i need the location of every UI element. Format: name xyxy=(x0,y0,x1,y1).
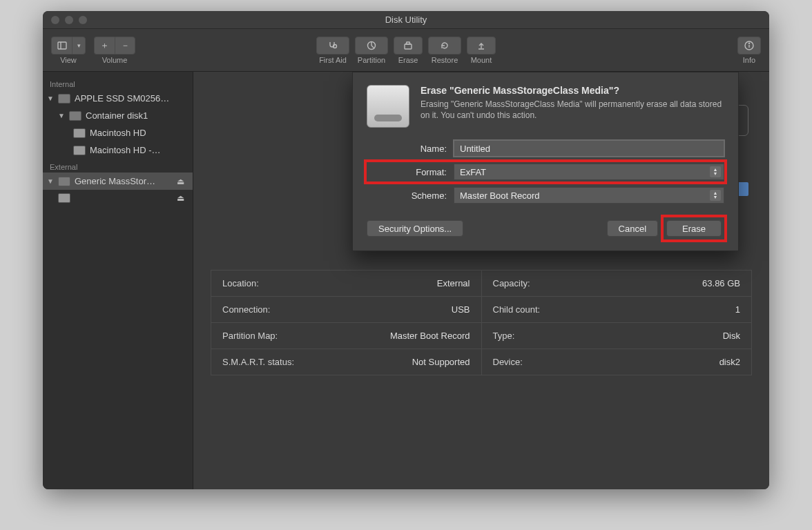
sidebar-item-generic-child[interactable]: ⏏ xyxy=(43,190,193,206)
volume-icon xyxy=(58,193,70,203)
container-icon xyxy=(69,111,81,121)
svg-point-8 xyxy=(748,43,749,43)
disclosure-triangle-icon[interactable]: ▼ xyxy=(47,95,54,102)
sidebar-internal-header: Internal xyxy=(43,76,193,90)
volume-icon xyxy=(73,128,86,138)
svg-rect-0 xyxy=(58,42,66,49)
plus-icon: ＋ xyxy=(100,39,109,52)
toolbar-firstaid-label: First Aid xyxy=(319,56,347,64)
dialog-title: Erase "Generic MassStorageClass Media"? xyxy=(420,85,724,96)
erase-button-toolbar[interactable] xyxy=(394,37,423,55)
disclosure-triangle-icon[interactable]: ▼ xyxy=(58,112,65,119)
pie-icon xyxy=(366,40,377,51)
toolbar-partition-label: Partition xyxy=(358,56,385,64)
main-content: 63.86 GB Location:External Connection:US… xyxy=(193,72,769,489)
toolbar-volume-label: Volume xyxy=(102,56,128,64)
scheme-value: Master Boot Record xyxy=(460,190,540,201)
minus-icon: － xyxy=(121,39,130,52)
erase-dialog: Erase "Generic MassStorageClass Media"? … xyxy=(352,72,739,251)
cancel-button[interactable]: Cancel xyxy=(607,220,658,237)
disclosure-triangle-icon[interactable]: ▼ xyxy=(47,177,54,185)
sidebar: Internal ▼ APPLE SSD SM0256… ▼ Container… xyxy=(43,72,193,489)
volume-add-button[interactable]: ＋ xyxy=(94,37,115,55)
stethoscope-icon xyxy=(327,40,338,51)
chevron-down-icon: ▾ xyxy=(77,42,81,49)
external-disk-icon xyxy=(58,177,70,186)
restore-icon xyxy=(439,40,450,51)
toolbar-restore-label: Restore xyxy=(432,56,458,64)
format-value: ExFAT xyxy=(460,167,486,177)
toolbar: ▾ View ＋ － Volume First Aid xyxy=(43,29,769,72)
disk-utility-window: Disk Utility ▾ View ＋ － xyxy=(43,11,769,489)
info-icon xyxy=(744,40,755,51)
detail-type: Type:Disk xyxy=(482,323,752,349)
detail-child-count: Child count:1 xyxy=(482,297,752,323)
security-options-button[interactable]: Security Options... xyxy=(367,220,463,237)
toolbar-view-label: View xyxy=(60,56,77,64)
view-menu-button[interactable]: ▾ xyxy=(72,37,86,55)
stepper-arrows-icon: ▲▼ xyxy=(710,190,721,201)
disk-icon xyxy=(58,94,70,104)
dialog-subtitle: Erasing "Generic MassStorageClass Media"… xyxy=(420,99,724,121)
mount-button[interactable] xyxy=(467,37,496,55)
titlebar: Disk Utility xyxy=(43,11,769,29)
volume-remove-button[interactable]: － xyxy=(115,37,135,55)
sidebar-icon xyxy=(57,40,68,51)
toolbar-info-label: Info xyxy=(743,56,755,64)
first-aid-button[interactable] xyxy=(316,37,349,55)
detail-capacity: Capacity:63.86 GB xyxy=(482,271,752,297)
hard-disk-icon xyxy=(367,85,409,128)
sidebar-external-header: External xyxy=(43,159,193,173)
detail-smart-status: S.M.A.R.T. status:Not Supported xyxy=(211,349,481,375)
erase-confirm-button[interactable]: Erase xyxy=(666,220,722,237)
volume-icon xyxy=(73,146,86,155)
toolbar-mount-label: Mount xyxy=(471,56,492,64)
restore-button[interactable] xyxy=(428,37,461,55)
erase-icon xyxy=(403,40,414,51)
name-label: Name: xyxy=(367,144,454,154)
svg-rect-4 xyxy=(405,44,412,49)
sidebar-item-generic-media[interactable]: ▼ Generic MassStor… ⏏ xyxy=(43,173,193,190)
sidebar-item-apple-ssd[interactable]: ▼ APPLE SSD SM0256… xyxy=(43,90,193,107)
mount-icon xyxy=(476,40,487,51)
stepper-arrows-icon: ▲▼ xyxy=(710,166,721,177)
view-sidebar-button[interactable] xyxy=(51,37,72,55)
format-popup[interactable]: ExFAT ▲▼ xyxy=(454,164,724,180)
eject-icon[interactable]: ⏏ xyxy=(174,193,187,203)
info-button[interactable] xyxy=(737,37,761,55)
detail-partition-map: Partition Map:Master Boot Record xyxy=(211,323,481,349)
detail-connection: Connection:USB xyxy=(211,297,481,323)
detail-device: Device:disk2 xyxy=(482,349,752,375)
sidebar-item-macintosh-hd-data[interactable]: Macintosh HD -… xyxy=(43,141,193,159)
format-label: Format: xyxy=(367,167,454,177)
partition-button[interactable] xyxy=(355,37,388,55)
sidebar-item-container[interactable]: ▼ Container disk1 xyxy=(43,107,193,124)
name-field[interactable] xyxy=(454,140,724,157)
eject-icon[interactable]: ⏏ xyxy=(174,177,187,186)
details-table: Location:External Connection:USB Partiti… xyxy=(211,270,752,375)
sidebar-item-macintosh-hd[interactable]: Macintosh HD xyxy=(43,124,193,141)
window-title: Disk Utility xyxy=(43,14,769,25)
scheme-popup[interactable]: Master Boot Record ▲▼ xyxy=(454,187,724,204)
detail-location: Location:External xyxy=(211,271,481,297)
toolbar-erase-label: Erase xyxy=(398,56,418,64)
scheme-label: Scheme: xyxy=(367,190,454,201)
